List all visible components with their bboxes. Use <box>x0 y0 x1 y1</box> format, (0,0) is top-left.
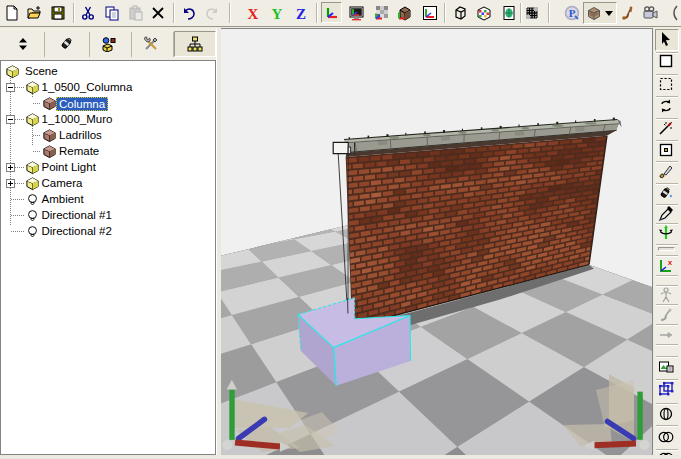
svg-text:x: x <box>668 258 673 267</box>
svg-text:P: P <box>569 7 576 19</box>
svg-text:Z: Z <box>296 6 306 22</box>
svg-text:X: X <box>248 6 259 22</box>
svg-text:Y: Y <box>272 6 283 22</box>
